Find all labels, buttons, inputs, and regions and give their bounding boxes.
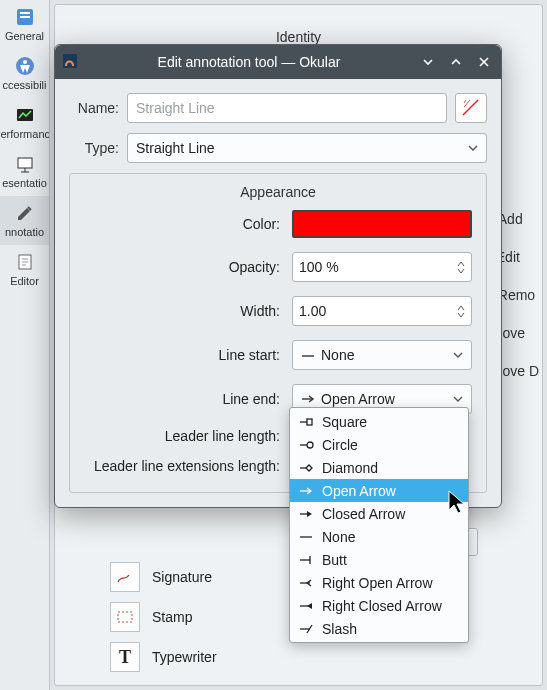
none-endcap-icon (301, 347, 315, 363)
type-combobox[interactable]: Straight Line (127, 133, 487, 163)
maximize-button[interactable] (445, 51, 467, 73)
minimize-button[interactable] (417, 51, 439, 73)
sidebar-item-presentation[interactable]: esentatio (0, 147, 49, 196)
square-endcap-icon (298, 414, 314, 430)
dropdown-option[interactable]: None (290, 525, 468, 548)
sidebar-label: General (5, 30, 44, 42)
dropdown-option-label: Slash (322, 621, 357, 637)
svg-rect-18 (307, 419, 312, 425)
sidebar-label: esentatio (2, 177, 47, 189)
svg-rect-13 (118, 612, 132, 622)
circle-endcap-icon (298, 437, 314, 453)
name-input[interactable] (127, 93, 447, 123)
width-spinner[interactable]: 1.00 (292, 296, 472, 326)
dropdown-option-label: Butt (322, 552, 347, 568)
leader-line-ext-label: Leader line extensions length: (84, 458, 284, 474)
line-start-value: None (321, 347, 354, 363)
right-open-arrow-endcap-icon (298, 575, 314, 591)
settings-sidebar: General ccessibili erformanc esentatio n… (0, 0, 50, 690)
sidebar-item-accessibility[interactable]: ccessibili (0, 49, 49, 98)
dropdown-option-label: Right Open Arrow (322, 575, 433, 591)
sidebar-item-editor[interactable]: Editor (0, 245, 49, 294)
width-value: 1.00 (299, 303, 326, 319)
list-item-label: Typewriter (152, 649, 217, 665)
dialog-titlebar[interactable]: Edit annotation tool — Okular (55, 45, 501, 79)
svg-point-4 (23, 60, 27, 64)
tool-preview-icon (455, 93, 487, 123)
width-label: Width: (84, 303, 284, 319)
typewriter-thumb-icon: T (110, 642, 140, 672)
line-start-label: Line start: (84, 347, 284, 363)
type-label: Type: (69, 140, 119, 156)
line-end-dropdown-popup: SquareCircleDiamondOpen ArrowClosed Arro… (289, 407, 469, 643)
dropdown-option[interactable]: Square (290, 410, 468, 433)
dropdown-option[interactable]: Closed Arrow (290, 502, 468, 525)
dropdown-option-label: Open Arrow (322, 483, 396, 499)
sidebar-item-performance[interactable]: erformanc (0, 98, 49, 147)
dropdown-option[interactable]: Open Arrow (290, 479, 468, 502)
dropdown-option-label: Right Closed Arrow (322, 598, 442, 614)
none-endcap-icon (298, 529, 314, 545)
opacity-label: Opacity: (84, 259, 284, 275)
performance-icon (14, 104, 36, 126)
sidebar-label: Editor (10, 275, 39, 287)
color-picker-button[interactable] (292, 210, 472, 238)
list-item[interactable]: T Typewriter (110, 640, 217, 674)
dialog-title: Edit annotation tool — Okular (87, 54, 411, 70)
list-item-label: Stamp (152, 609, 192, 625)
chevron-down-icon (453, 391, 463, 407)
open-arrow-endcap-icon (301, 391, 315, 407)
accessibility-icon (14, 55, 36, 77)
right-closed-arrow-endcap-icon (298, 598, 314, 614)
spinner-buttons[interactable] (457, 305, 465, 318)
signature-thumb-icon (110, 562, 140, 592)
stamp-thumb-icon (110, 602, 140, 632)
sidebar-item-general[interactable]: General (0, 0, 49, 49)
svg-point-20 (307, 442, 313, 448)
annotations-icon (14, 202, 36, 224)
diamond-endcap-icon (298, 460, 314, 476)
sidebar-item-annotations[interactable]: nnotatio (0, 196, 49, 245)
svg-rect-2 (20, 16, 30, 18)
editor-icon (14, 251, 36, 273)
dropdown-option[interactable]: Right Open Arrow (290, 571, 468, 594)
dropdown-option[interactable]: Circle (290, 433, 468, 456)
list-item[interactable]: Stamp (110, 600, 217, 634)
dropdown-option[interactable]: Diamond (290, 456, 468, 479)
sidebar-label: nnotatio (5, 226, 44, 238)
svg-rect-6 (18, 158, 32, 168)
opacity-value: 100 % (299, 259, 339, 275)
identity-group-label: Identity (55, 29, 542, 45)
line-start-combobox[interactable]: None (292, 340, 472, 370)
svg-rect-1 (20, 12, 30, 14)
dropdown-option[interactable]: Slash (290, 617, 468, 640)
dropdown-option-label: Circle (322, 437, 358, 453)
line-end-value: Open Arrow (321, 391, 395, 407)
dropdown-option-label: None (322, 529, 355, 545)
sidebar-label: ccessibili (2, 79, 46, 91)
color-label: Color: (84, 216, 284, 232)
slash-endcap-icon (298, 621, 314, 637)
dropdown-option[interactable]: Right Closed Arrow (290, 594, 468, 617)
butt-endcap-icon (298, 552, 314, 568)
okular-app-icon (61, 52, 81, 72)
presentation-icon (14, 153, 36, 175)
type-value: Straight Line (136, 140, 215, 156)
tool-list: Signature Stamp T Typewriter (110, 560, 217, 674)
appearance-group-title: Appearance (84, 184, 472, 200)
general-icon (14, 6, 36, 28)
dropdown-option-label: Closed Arrow (322, 506, 405, 522)
chevron-down-icon (468, 140, 478, 156)
list-item[interactable]: Signature (110, 560, 217, 594)
open-arrow-endcap-icon (298, 483, 314, 499)
chevron-down-icon (453, 347, 463, 363)
line-end-label: Line end: (84, 391, 284, 407)
leader-line-length-label: Leader line length: (84, 428, 284, 444)
spinner-buttons[interactable] (457, 261, 465, 274)
close-button[interactable] (473, 51, 495, 73)
closed-arrow-endcap-icon (298, 506, 314, 522)
opacity-spinner[interactable]: 100 % (292, 252, 472, 282)
dropdown-option[interactable]: Butt (290, 548, 468, 571)
list-item-label: Signature (152, 569, 212, 585)
sidebar-label: erformanc (1, 128, 49, 140)
